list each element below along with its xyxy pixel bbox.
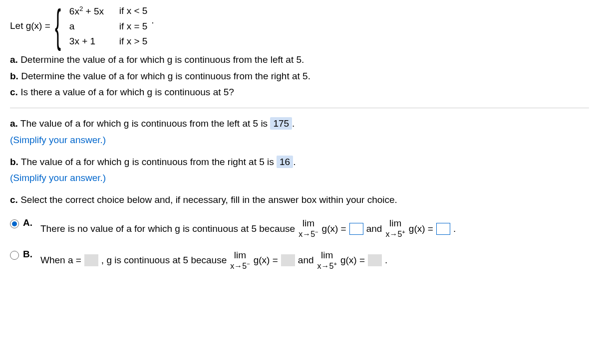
- part-b-answer: b. The value of a for which g is continu…: [10, 154, 589, 186]
- choice-a-row: A. There is no value of a for which g is…: [10, 217, 589, 240]
- answer-input-b[interactable]: 16: [277, 156, 293, 168]
- radio-choice-a[interactable]: [10, 219, 19, 228]
- part-a-answer: a. The value of a for which g is continu…: [10, 116, 589, 148]
- answer-box-a1[interactable]: [349, 223, 363, 235]
- question-list: a. Determine the value of a for which g …: [10, 52, 589, 100]
- choice-a-label: A.: [23, 217, 32, 228]
- limit-left-b: lim x→5−: [230, 250, 250, 270]
- hint-b: (Simplify your answer.): [10, 173, 106, 183]
- piecewise-function: { 6x2 + 5x if x < 5 a if x = 5 3x + 1 if…: [55, 5, 154, 47]
- choice-a-content: There is no value of a for which g is co…: [40, 217, 456, 240]
- limit-left-a: lim x→5−: [299, 218, 318, 238]
- question-c: Is there a value of a for which g is con…: [20, 87, 234, 97]
- piece-3: 3x + 1 if x > 5: [69, 36, 148, 47]
- answer-box-b3[interactable]: [368, 254, 382, 266]
- hint-a: (Simplify your answer.): [10, 135, 106, 145]
- limit-right-a: lim x→5+: [385, 218, 405, 238]
- choice-b-row: B. When a = , g is continuous at 5 becau…: [10, 249, 589, 272]
- radio-choice-b[interactable]: [10, 251, 19, 260]
- answer-input-a[interactable]: 175: [270, 117, 292, 130]
- answer-box-a2[interactable]: [436, 223, 450, 235]
- piece-1: 6x2 + 5x if x < 5: [69, 5, 148, 17]
- left-brace: {: [55, 6, 61, 46]
- answer-box-b1[interactable]: [84, 254, 98, 266]
- choice-b-label: B.: [23, 249, 32, 260]
- limit-right-b: lim x→5+: [317, 250, 337, 270]
- question-a: Determine the value of a for which g is …: [20, 54, 304, 65]
- question-b: Determine the value of a for which g is …: [21, 71, 310, 81]
- part-c-prompt: c. Select the correct choice below and, …: [10, 192, 589, 208]
- let-label: Let g(x) =: [10, 20, 50, 31]
- answer-box-b2[interactable]: [281, 254, 295, 266]
- choice-b-content: When a = , g is continuous at 5 because …: [40, 249, 387, 272]
- piece-2: a if x = 5: [69, 21, 148, 32]
- divider: [10, 108, 589, 108]
- period: .: [151, 15, 154, 26]
- problem-definition: Let g(x) = { 6x2 + 5x if x < 5 a if x = …: [10, 5, 589, 47]
